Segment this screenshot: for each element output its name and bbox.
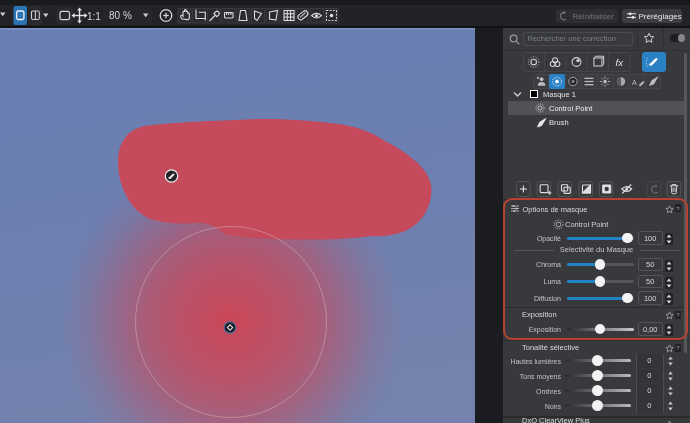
svg-text:Control Point: Control Point: [549, 104, 593, 113]
svg-text:Rechercher une correction: Rechercher une correction: [528, 34, 616, 43]
svg-text:Brush: Brush: [549, 118, 569, 127]
svg-text:Préréglages: Préréglages: [639, 12, 682, 21]
svg-text:?: ?: [676, 345, 680, 351]
svg-text:0: 0: [647, 371, 651, 380]
svg-text:Hautes lumières: Hautes lumières: [510, 358, 561, 365]
svg-text:DxO ClearView Plus: DxO ClearView Plus: [522, 416, 590, 423]
svg-text:Tons moyens: Tons moyens: [520, 373, 562, 381]
svg-text:0: 0: [647, 386, 651, 395]
svg-text:Tonalité sélective: Tonalité sélective: [522, 343, 579, 352]
svg-text:Réinitialiser: Réinitialiser: [573, 12, 615, 21]
svg-text:Masque 1: Masque 1: [543, 90, 576, 99]
svg-text:Noirs: Noirs: [545, 403, 562, 410]
svg-text:0: 0: [647, 356, 651, 365]
svg-text:Ombres: Ombres: [536, 388, 561, 395]
svg-text:0: 0: [647, 401, 651, 410]
